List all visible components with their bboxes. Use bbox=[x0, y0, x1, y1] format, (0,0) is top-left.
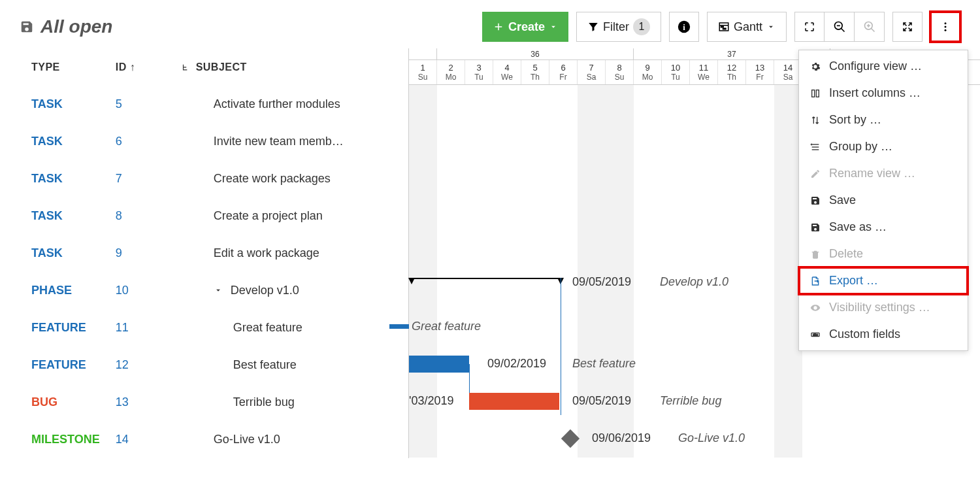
gantt-bar-label: Terrible bug bbox=[660, 394, 721, 408]
gantt-bar-date: 09/05/2019 bbox=[572, 394, 631, 408]
column-header-type[interactable]: TYPE bbox=[0, 48, 108, 86]
work-package-subject[interactable]: Create work packages bbox=[214, 172, 331, 186]
toolbar: All open Create Filter 1 i Gantt bbox=[0, 0, 980, 48]
zoom-fit-icon bbox=[804, 21, 815, 33]
sort-icon bbox=[809, 115, 821, 125]
work-package-id[interactable]: 5 bbox=[116, 97, 122, 110]
work-package-id[interactable]: 8 bbox=[116, 209, 122, 222]
work-package-id[interactable]: 7 bbox=[116, 172, 122, 185]
table-row[interactable]: FEATURE12Best feature bbox=[0, 346, 408, 384]
work-package-type[interactable]: FEATURE bbox=[31, 321, 86, 334]
work-package-subject[interactable]: Go-Live v1.0 bbox=[214, 433, 280, 446]
work-package-subject[interactable]: Great feature bbox=[233, 321, 302, 335]
menu-sort-by[interactable]: Sort by … bbox=[799, 107, 968, 133]
gantt-row-feature[interactable]: 09/02/2019 Best feature bbox=[409, 346, 980, 383]
zoom-in-button[interactable] bbox=[855, 12, 885, 42]
work-package-type[interactable]: TASK bbox=[31, 135, 63, 148]
gantt-day-header: 6Fr bbox=[549, 60, 578, 84]
table-row[interactable]: FEATURE11Great feature bbox=[0, 309, 408, 346]
work-package-subject[interactable]: Edit a work package bbox=[214, 246, 319, 260]
gantt-day-header: 9Mo bbox=[634, 60, 662, 84]
info-icon: i bbox=[677, 20, 691, 34]
gantt-day-header: 8Su bbox=[606, 60, 634, 84]
work-package-type[interactable]: PHASE bbox=[31, 284, 72, 297]
group-icon bbox=[809, 142, 821, 152]
work-package-id[interactable]: 11 bbox=[116, 321, 129, 334]
caret-down-icon bbox=[766, 22, 776, 31]
menu-insert-columns[interactable]: Insert columns … bbox=[799, 80, 968, 107]
menu-save[interactable]: Save bbox=[799, 187, 968, 214]
gantt-bar[interactable] bbox=[409, 356, 469, 373]
gantt-row-bug[interactable]: '03/2019 09/05/2019 Terrible bug bbox=[409, 383, 980, 420]
view-title: All open bbox=[20, 16, 112, 37]
menu-configure-view[interactable]: Configure view … bbox=[799, 53, 968, 80]
dependency-line bbox=[561, 278, 561, 415]
table-row[interactable]: TASK6Invite new team memb… bbox=[0, 123, 408, 160]
create-button[interactable]: Create bbox=[482, 12, 568, 42]
chevron-down-icon[interactable] bbox=[214, 286, 223, 295]
gantt-bar[interactable] bbox=[389, 324, 409, 329]
gantt-week-partial bbox=[409, 48, 437, 59]
table-row[interactable]: MILESTONE14Go-Live v1.0 bbox=[0, 421, 408, 458]
gantt-phase-bar[interactable] bbox=[409, 278, 561, 279]
filter-button[interactable]: Filter 1 bbox=[576, 12, 661, 42]
gantt-bar-date: 09/02/2019 bbox=[487, 357, 546, 371]
zoom-out-button[interactable] bbox=[825, 12, 855, 42]
view-mode-button[interactable]: Gantt bbox=[707, 12, 787, 42]
gantt-icon bbox=[718, 21, 730, 33]
work-package-type[interactable]: BUG bbox=[31, 395, 57, 409]
gantt-row-milestone[interactable]: 09/06/2019 Go-Live v1.0 bbox=[409, 420, 980, 458]
work-package-id[interactable]: 9 bbox=[116, 246, 122, 259]
work-package-id[interactable]: 12 bbox=[116, 358, 129, 371]
gantt-bar-label: Best feature bbox=[572, 357, 636, 371]
table-row[interactable]: TASK5Activate further modules bbox=[0, 86, 408, 123]
column-header-subject[interactable]: SUBJECT bbox=[173, 48, 408, 86]
save-icon bbox=[20, 20, 34, 34]
menu-visibility: Visibility settings … bbox=[799, 294, 968, 321]
svg-line-7 bbox=[841, 29, 844, 32]
work-package-subject[interactable]: Develop v1.0 bbox=[231, 284, 299, 297]
info-button[interactable]: i bbox=[669, 12, 699, 42]
gantt-bar[interactable] bbox=[469, 393, 559, 410]
work-package-type[interactable]: TASK bbox=[31, 209, 63, 222]
table-row[interactable]: PHASE10Develop v1.0 bbox=[0, 272, 408, 309]
zoom-fit-button[interactable] bbox=[794, 12, 825, 42]
work-package-id[interactable]: 13 bbox=[116, 395, 129, 409]
work-package-id[interactable]: 14 bbox=[116, 433, 129, 446]
more-menu-button[interactable] bbox=[930, 12, 960, 42]
work-package-id[interactable]: 6 bbox=[116, 135, 122, 148]
filter-label: Filter bbox=[603, 20, 629, 34]
table-row[interactable]: TASK8Create a project plan bbox=[0, 197, 408, 235]
work-package-type[interactable]: TASK bbox=[31, 246, 63, 259]
save-icon bbox=[809, 195, 821, 206]
gear-icon bbox=[809, 61, 821, 72]
gantt-day-header: 10Tu bbox=[662, 60, 690, 84]
pencil-icon bbox=[809, 169, 821, 179]
work-package-type[interactable]: FEATURE bbox=[31, 358, 86, 371]
gantt-day-header: 13Fr bbox=[746, 60, 774, 84]
menu-export[interactable]: Export … bbox=[799, 267, 968, 294]
menu-custom-fields[interactable]: abc Custom fields bbox=[799, 321, 968, 348]
work-package-type[interactable]: MILESTONE bbox=[31, 433, 100, 446]
gantt-day-header: 2Mo bbox=[437, 60, 465, 84]
milestone-diamond-icon[interactable] bbox=[561, 429, 580, 448]
fullscreen-button[interactable] bbox=[892, 12, 923, 42]
gantt-day-header: 1Su bbox=[409, 60, 437, 84]
menu-save-as[interactable]: Save as … bbox=[799, 214, 968, 241]
work-package-type[interactable]: TASK bbox=[31, 97, 63, 110]
work-package-subject[interactable]: Activate further modules bbox=[214, 97, 340, 111]
table-row[interactable]: TASK7Create work packages bbox=[0, 160, 408, 197]
svg-line-10 bbox=[871, 29, 874, 32]
work-package-id[interactable]: 10 bbox=[116, 284, 129, 297]
custom-fields-icon: abc bbox=[809, 329, 821, 340]
table-row[interactable]: BUG13Terrible bug bbox=[0, 384, 408, 421]
gantt-day-header: 12Th bbox=[718, 60, 746, 84]
menu-group-by[interactable]: Group by … bbox=[799, 133, 968, 160]
work-package-subject[interactable]: Terrible bug bbox=[233, 395, 295, 409]
work-package-subject[interactable]: Invite new team memb… bbox=[214, 135, 344, 148]
work-package-subject[interactable]: Best feature bbox=[233, 358, 297, 372]
work-package-subject[interactable]: Create a project plan bbox=[214, 209, 323, 223]
column-header-id[interactable]: ID ↑ bbox=[108, 48, 173, 86]
work-package-type[interactable]: TASK bbox=[31, 172, 63, 185]
table-row[interactable]: TASK9Edit a work package bbox=[0, 235, 408, 272]
